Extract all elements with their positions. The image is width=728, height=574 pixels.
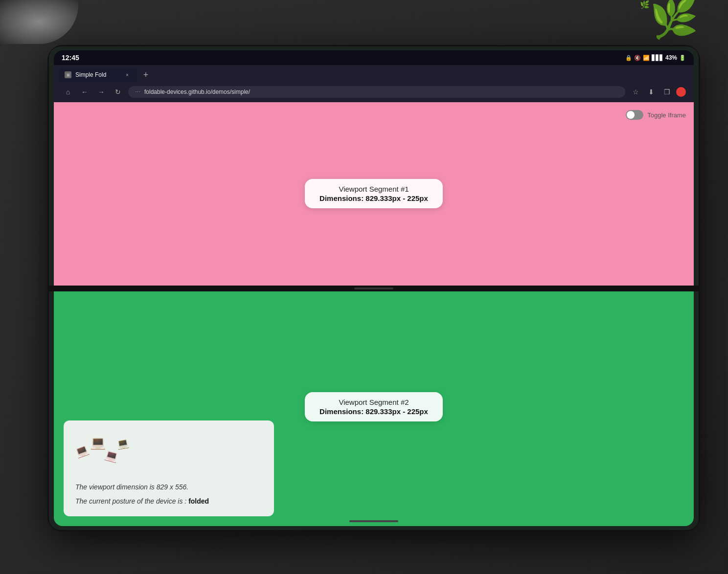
device-bottom-half: Viewport Segment #2 Dimensions: 829.333p… (49, 291, 699, 530)
scene: 🌿 12:45 🔒 🔇 📶 ▋▋▋ 43% 🔋 (0, 0, 728, 574)
tab-favicon: ▣ (65, 71, 71, 78)
screen-top: 12:45 🔒 🔇 📶 ▋▋▋ 43% 🔋 (54, 50, 694, 286)
segment1-info-box: Viewport Segment #1 Dimensions: 829.333p… (305, 179, 443, 208)
toggle-knob (627, 111, 635, 119)
info-card: 💻 💻 💻 💻 The viewport dimension is 829 x … (64, 420, 274, 516)
status-time: 12:45 (62, 54, 79, 62)
tab-row: ▣ Simple Fold × + (58, 68, 690, 82)
lock-icon: 🔒 (625, 55, 632, 61)
laptop-illustration: 💻 💻 💻 💻 (75, 430, 262, 474)
tab-switcher-button[interactable]: ❒ (660, 86, 673, 98)
segment1-title: Viewport Segment #1 (319, 185, 428, 193)
address-bar[interactable]: ⋯ foldable-devices.github.io/demos/simpl… (128, 86, 625, 98)
home-indicator (349, 520, 398, 522)
laptop-group: 💻 💻 💻 💻 (75, 430, 134, 474)
viewport-dimension-text: The viewport dimension is 829 x 556. (75, 482, 262, 492)
posture-text: The current posture of the device is : f… (75, 496, 262, 507)
toggle-iframe-switch[interactable] (626, 110, 643, 120)
back-button[interactable]: ← (78, 86, 91, 98)
segment2-content: Viewport Segment #2 Dimensions: 829.333p… (54, 291, 694, 527)
toggle-iframe-label: Toggle Iframe (647, 111, 686, 119)
laptop-icon-3: 💻 (103, 448, 119, 464)
download-button[interactable]: ⬇ (645, 86, 658, 98)
device-top-half: 12:45 🔒 🔇 📶 ▋▋▋ 43% 🔋 (49, 46, 699, 286)
posture-value: folded (188, 497, 209, 505)
segment2-info-box: Viewport Segment #2 Dimensions: 829.333p… (305, 392, 443, 421)
plant-decoration: 🌿 (640, 0, 699, 49)
screen-bottom: Viewport Segment #2 Dimensions: 829.333p… (54, 291, 694, 527)
status-bar: 12:45 🔒 🔇 📶 ▋▋▋ 43% 🔋 (54, 50, 694, 65)
url-text: foldable-devices.github.io/demos/simple/ (144, 88, 618, 95)
tab-title: Simple Fold (75, 71, 119, 78)
laptop-icon-1: 💻 (73, 443, 90, 460)
toggle-iframe-area: Toggle Iframe (626, 110, 686, 120)
mute-icon: 🔇 (634, 55, 641, 61)
battery-icon: 🔋 (679, 55, 686, 61)
battery-indicator: 43% (665, 54, 677, 61)
posture-label: The current posture of the device is : (75, 497, 186, 505)
record-button[interactable] (676, 87, 686, 97)
site-info-icon: ⋯ (135, 89, 140, 95)
segment2-title: Viewport Segment #2 (319, 398, 428, 406)
segment2-box-wrapper: Viewport Segment #2 Dimensions: 829.333p… (64, 392, 684, 421)
bookmark-button[interactable]: ☆ (629, 86, 642, 98)
forward-button[interactable]: → (95, 86, 108, 98)
laptop-icon-2: 💻 (90, 435, 106, 450)
status-icons: 🔒 🔇 📶 ▋▋▋ 43% 🔋 (625, 54, 686, 61)
laptop-icon-4: 💻 (116, 437, 130, 450)
new-tab-button[interactable]: + (139, 68, 153, 82)
active-tab[interactable]: ▣ Simple Fold × (59, 68, 137, 82)
reload-button[interactable]: ↻ (112, 86, 124, 98)
address-row: ⌂ ← → ↻ ⋯ foldable-devices.github.io/dem… (58, 84, 690, 102)
fold-hinge (49, 286, 699, 291)
foldable-device: 12:45 🔒 🔇 📶 ▋▋▋ 43% 🔋 (49, 46, 699, 530)
tab-close-button[interactable]: × (123, 71, 131, 79)
chrome-browser-bar: ▣ Simple Fold × + ⌂ ← → ↻ ⋯ (54, 65, 694, 102)
home-button[interactable]: ⌂ (62, 86, 74, 98)
segment1-dimensions: Dimensions: 829.333px - 225px (319, 194, 428, 202)
wifi-icon: 📶 (643, 55, 650, 61)
toolbar-icons: ☆ ⬇ ❒ (629, 86, 686, 98)
signal-icon: ▋▋▋ (652, 55, 663, 61)
segment2-dimensions: Dimensions: 829.333px - 225px (319, 407, 428, 416)
segment1-content: Viewport Segment #1 Dimensions: 829.333p… (54, 102, 694, 286)
